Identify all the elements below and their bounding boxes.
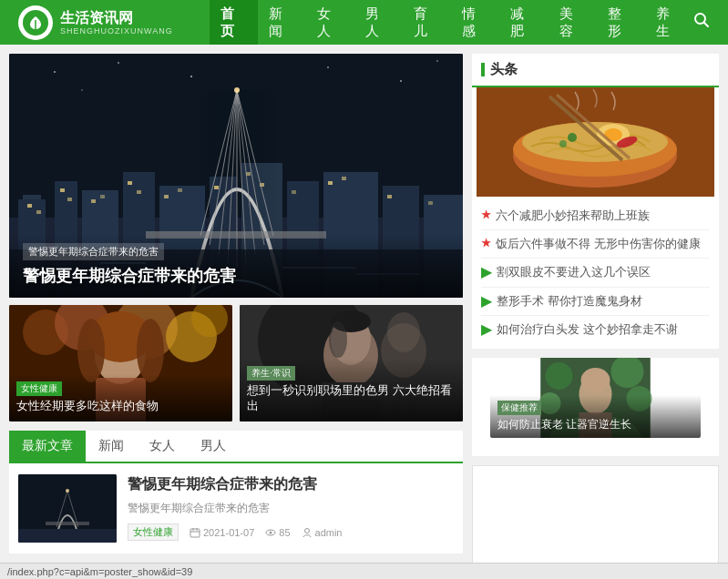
- logo: 生活资讯网 SHENGHUOZIXUNWANG: [18, 5, 173, 40]
- sidebar-cards-container: 保健推荐 如何防止衰老 让器官逆生长: [472, 358, 719, 456]
- svg-line-1: [704, 23, 709, 27]
- svg-rect-39: [387, 195, 392, 198]
- article-list: 警惕更年期综合症带来的危害 警惕更年期综合症带来的危害 女性健康 2021-01…: [9, 463, 463, 554]
- news-bullet-4: ▶: [481, 294, 492, 309]
- svg-point-6: [327, 66, 329, 68]
- article-meta: 女性健康 2021-01-07 85 admin: [128, 523, 454, 541]
- article-desc: 警惕更年期综合症带来的危害: [128, 500, 454, 516]
- card-right-title: 想到一秒识别职场里的色男 六大绝招看出: [247, 383, 456, 414]
- svg-rect-12: [23, 195, 41, 199]
- tab-latest[interactable]: 最新文章: [9, 431, 86, 462]
- svg-point-4: [118, 62, 119, 64]
- svg-point-77: [387, 312, 420, 352]
- news-item-3[interactable]: ▶ 割双眼皮不要进入这几个误区: [481, 259, 710, 287]
- cards-row: 女性健康 女性经期要多吃这样的食物: [9, 305, 463, 422]
- card-left-overlay: 女性健康 女性经期要多吃这样的食物: [9, 374, 232, 422]
- logo-text: 生活资讯网 SHENGHUOZIXUNWANG: [60, 9, 173, 36]
- svg-point-75: [329, 321, 347, 358]
- nav-item-men[interactable]: 男人: [354, 0, 403, 45]
- nav-item-home[interactable]: 首页: [210, 0, 258, 45]
- svg-rect-30: [137, 190, 141, 194]
- svg-point-98: [559, 140, 567, 147]
- card-right-category: 养生·常识: [247, 366, 295, 381]
- nav-item-news[interactable]: 新闻: [258, 0, 306, 45]
- svg-point-106: [581, 368, 610, 393]
- news-bullet-3: ▶: [481, 265, 492, 279]
- svg-point-67: [137, 319, 164, 382]
- headline-title: 头条: [472, 54, 719, 87]
- svg-rect-32: [178, 188, 182, 192]
- svg-point-52: [234, 87, 240, 93]
- article-item[interactable]: 警惕更年期综合症带来的危害 警惕更年期综合症带来的危害 女性健康 2021-01…: [9, 463, 463, 554]
- article-info: 警惕更年期综合症带来的危害 警惕更年期综合症带来的危害 女性健康 2021-01…: [128, 474, 454, 543]
- svg-rect-27: [91, 199, 96, 203]
- nav-item-diet[interactable]: 减肥: [499, 0, 548, 45]
- article-views: 85: [265, 527, 290, 538]
- tab-men[interactable]: 男人: [188, 431, 239, 462]
- article-tag: 女性健康: [128, 523, 179, 541]
- sidebar-card-title: 如何防止衰老 让器官逆生长: [497, 417, 693, 432]
- nav-item-beauty[interactable]: 美容: [549, 0, 597, 45]
- logo-icon: [18, 5, 53, 40]
- article-thumb-svg: [18, 474, 117, 543]
- svg-rect-26: [67, 198, 72, 201]
- search-icon[interactable]: [693, 12, 710, 33]
- nav-item-children[interactable]: 育儿: [403, 0, 451, 45]
- nav-item-emotion[interactable]: 情感: [451, 0, 499, 45]
- header: 生活资讯网 SHENGHUOZIXUNWANG 首页 新闻 女人 男人 育儿 情…: [0, 0, 728, 45]
- card-left-title: 女性经期要多吃这样的食物: [16, 399, 225, 414]
- main-nav: 首页 新闻 女人 男人 育儿 情感 减肥 美容 整形 养生: [210, 0, 693, 45]
- news-item-1[interactable]: ★ 六个减肥小妙招来帮助上班族: [481, 202, 710, 230]
- card-right-overlay: 养生·常识 想到一秒识别职场里的色男 六大绝招看出: [240, 359, 463, 422]
- svg-rect-31: [164, 195, 169, 198]
- svg-rect-29: [128, 181, 132, 185]
- main-container: 警惕更年期综合症带来的危害 警惕更年期综合症带来的危害: [0, 45, 728, 579]
- tabs-section: 最新文章 新闻 女人 男人: [9, 431, 463, 554]
- eye-icon: [265, 527, 276, 538]
- svg-rect-37: [328, 181, 333, 185]
- news-item-2[interactable]: ★ 饭后六件事做不得 无形中伤害你的健康: [481, 230, 710, 259]
- nav-item-women[interactable]: 女人: [306, 0, 354, 45]
- status-bar: /index.php?c=api&m=poster_show&id=39: [0, 563, 728, 579]
- sidebar-card-overlay: 保健推荐 如何防止衰老 让器官逆生长: [490, 395, 701, 438]
- card-left-category: 女性健康: [16, 381, 62, 396]
- svg-rect-84: [190, 529, 200, 537]
- status-url: /index.php?c=api&m=poster_show&id=39: [7, 566, 192, 577]
- svg-point-5: [190, 76, 192, 77]
- article-title: 警惕更年期综合症带来的危害: [128, 474, 454, 494]
- card-men-health[interactable]: 养生·常识 想到一秒识别职场里的色男 六大绝招看出: [240, 305, 463, 422]
- food-image-svg: [472, 87, 719, 197]
- svg-point-89: [270, 531, 272, 533]
- news-item-5[interactable]: ▶ 如何治疗白头发 这个妙招拿走不谢: [481, 316, 710, 343]
- news-list: ★ 六个减肥小妙招来帮助上班族 ★ 饭后六件事做不得 无形中伤害你的健康 ▶ 割…: [472, 197, 719, 349]
- nav-item-plastic[interactable]: 整形: [597, 0, 645, 45]
- svg-point-108: [546, 362, 573, 390]
- svg-point-3: [54, 71, 56, 73]
- right-sidebar: 头条: [472, 45, 728, 579]
- svg-point-66: [77, 319, 105, 382]
- hero-category: 警惕更年期综合症带来的危害: [23, 243, 164, 260]
- calendar-icon: [190, 527, 200, 538]
- svg-rect-40: [428, 201, 433, 205]
- tab-women[interactable]: 女人: [137, 431, 188, 462]
- svg-point-90: [304, 528, 309, 533]
- svg-point-83: [66, 489, 69, 493]
- sidebar-cards-row: 保健推荐 如何防止衰老 让器官逆生长: [481, 358, 710, 447]
- article-thumbnail: [18, 474, 117, 543]
- hero-overlay: 警惕更年期综合症带来的危害 警惕更年期综合症带来的危害: [9, 234, 463, 298]
- news-bullet-5: ▶: [481, 322, 492, 337]
- nav-item-health[interactable]: 养生: [645, 0, 693, 45]
- article-author: admin: [302, 527, 343, 538]
- svg-rect-25: [60, 188, 65, 192]
- svg-rect-28: [100, 195, 105, 198]
- top-story-image: [472, 87, 719, 197]
- sidebar-card-aging[interactable]: 保健推荐 如何防止衰老 让器官逆生长: [490, 358, 701, 438]
- hero-banner[interactable]: 警惕更年期综合症带来的危害 警惕更年期综合症带来的危害: [9, 54, 463, 298]
- card-women-health[interactable]: 女性健康 女性经期要多吃这样的食物: [9, 305, 232, 422]
- svg-rect-33: [214, 186, 219, 189]
- news-bullet-1: ★: [481, 208, 491, 223]
- left-content: 警惕更年期综合症带来的危害 警惕更年期综合症带来的危害: [0, 45, 472, 579]
- svg-point-9: [81, 89, 83, 91]
- news-item-4[interactable]: ▶ 整形手术 帮你打造魔鬼身材: [481, 288, 710, 316]
- tab-news[interactable]: 新闻: [86, 431, 137, 462]
